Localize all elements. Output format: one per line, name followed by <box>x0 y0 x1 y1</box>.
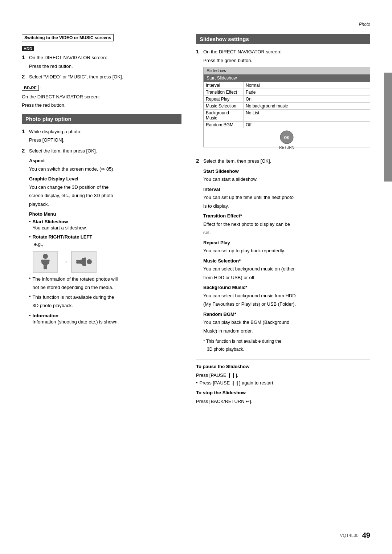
svg-point-6 <box>87 259 92 264</box>
hdd-step1-line1: On the DIRECT NAVIGATOR screen: <box>29 54 181 61</box>
page-footer: VQT4L30 49 <box>340 531 370 539</box>
bdre-text1: On the DIRECT NAVIGATOR screen: <box>22 93 181 101</box>
slideshow-step1-num: 1 <box>196 48 201 55</box>
bullet-dot4: • <box>29 294 31 299</box>
music-title: Music Selection* <box>203 257 370 265</box>
rotate-note1-line1: The information of the rotated photos wi… <box>33 276 118 283</box>
slideshow-step2-num: 2 <box>196 158 201 164</box>
page-code: VQT4L30 <box>340 533 358 538</box>
start-slideshow-desc: You can start a slideshow. <box>203 176 370 183</box>
switching-heading: Switching to the VIDEO or MUSIC screens <box>22 34 114 41</box>
slideshow-step1-line1: On the DIRECT NAVIGATOR screen: <box>203 48 370 56</box>
start-slideshow-title: Start Slideshow <box>203 168 370 175</box>
photo-option-heading: Photo play option <box>22 114 181 124</box>
interval-title: Interval <box>203 186 370 193</box>
bullet-dot1: • <box>29 219 31 224</box>
random-bgm-desc1: You can play back the BGM (Background <box>203 319 370 326</box>
bg-music-desc1: You can select background music from HDD <box>203 292 370 300</box>
hdd-label: HDD <box>22 46 34 51</box>
random-bgm-desc2: Music) in random order. <box>203 327 370 335</box>
asterisk-note-line1: * This function is not available during … <box>203 338 370 345</box>
aspect-title: Aspect <box>29 157 181 164</box>
bdre-label: BD-RE <box>22 85 39 91</box>
stop-desc: Press [BACK/RETURN ↩]. <box>196 398 370 405</box>
page-number: 49 <box>362 531 370 539</box>
slideshow-step2-content: Select the item, then press [OK]. Start … <box>203 158 370 354</box>
table-row-music-right: No background music <box>244 103 370 109</box>
bullet-start-label: Start Slideshow <box>33 219 68 224</box>
bullet-dot3: • <box>29 276 31 281</box>
aspect-desc: You can switch the screen mode. (⇒ 85) <box>29 166 181 173</box>
information-item: • Information Information (shooting date… <box>29 313 181 327</box>
rotate-eg: e.g., <box>34 241 181 248</box>
return-label: RETURN <box>279 146 294 150</box>
hdd-step2-num: 2 <box>22 73 27 80</box>
page-category-label: Photo <box>359 22 370 27</box>
person-before-icon <box>36 253 54 271</box>
rotate-figure-before <box>33 251 58 273</box>
section-divider <box>196 359 370 359</box>
svg-point-0 <box>43 254 48 259</box>
table-row-bgmusic: Background Music No List <box>204 109 370 121</box>
table-row-transition: Transition Effect Fade <box>204 89 370 95</box>
bullet-rotate: • Rotate RIGHT/Rotate LEFT <box>29 234 181 240</box>
asterisk-note-area: * This function is not available during … <box>203 338 370 353</box>
transition-title: Transition Effect* <box>203 212 370 220</box>
rotate-arrow-icon: → <box>61 257 68 266</box>
bg-music-desc2: (My Favourites or Playlists) or USB (Fol… <box>203 301 370 308</box>
svg-rect-11 <box>76 262 81 264</box>
ok-button-svg: OK <box>279 130 294 144</box>
bullet-dot5: • <box>29 313 31 318</box>
table-row-interval-left: Interval <box>204 82 244 89</box>
table-row-repeat-left: Repeat Play <box>204 96 244 102</box>
person-after-icon <box>75 253 93 271</box>
interval-desc1: You can set up the time until the next p… <box>203 194 370 201</box>
slideshow-heading: Slideshow settings <box>196 34 370 44</box>
bullet-rotate-content: Rotate RIGHT/Rotate LEFT <box>33 234 93 240</box>
graphic-desc1: You can change the 3D position of the <box>29 184 181 191</box>
rotate-note1-line2: not be stored depending on the media. <box>33 284 118 291</box>
table-row-transition-right: Fade <box>244 89 370 95</box>
rotate-image-area: → <box>33 251 181 273</box>
graphic-desc2: screen display, etc., during the 3D phot… <box>29 192 181 199</box>
svg-rect-1 <box>43 260 48 265</box>
table-row-randombgm: Random BGM Off <box>204 121 370 128</box>
bullet-dot2: • <box>29 234 31 240</box>
table-header-text: Slideshow <box>207 68 226 73</box>
interval-desc2: is to display. <box>203 203 370 210</box>
hdd-step2-text: Select “VIDEO” or “MUSIC”, then press [O… <box>29 73 181 81</box>
bdre-colon: : <box>40 85 41 90</box>
bullet-rotate-label: Rotate RIGHT/Rotate LEFT <box>33 234 93 240</box>
svg-rect-5 <box>45 265 47 269</box>
graphic-desc3: playback. <box>29 201 181 208</box>
right-column: Slideshow settings 1 On the DIRECT NAVIG… <box>196 34 370 406</box>
slideshow-step1-line2: Press the green button. <box>203 57 370 64</box>
pause-bullet-text: Press [PAUSE ❙❙] again to restart. <box>200 380 275 386</box>
rotate-note2-line2: 3D photo playback. <box>33 302 114 309</box>
table-row-randombgm-left: Random BGM <box>204 122 244 128</box>
table-row-randombgm-right: Off <box>244 122 370 128</box>
table-row-interval-right: Normal <box>244 82 370 89</box>
table-highlight-text: Start Slideshow <box>207 76 237 81</box>
hdd-step1-num: 1 <box>22 54 27 61</box>
gray-sidebar-decoration <box>384 73 392 182</box>
table-row-bgmusic-right: No List <box>244 110 370 121</box>
photo-step1-num: 1 <box>22 128 27 135</box>
transition-desc1: Effect for the next photo to display can… <box>203 221 370 228</box>
transition-desc2: set. <box>203 229 370 236</box>
photo-step2-content: Select the item, then press [OK]. Aspect… <box>29 147 181 328</box>
photo-menu-title: Photo Menu <box>29 211 181 218</box>
rotate-figure-after <box>71 251 97 273</box>
random-bgm-title: Random BGM* <box>203 311 370 318</box>
svg-text:OK: OK <box>284 136 290 140</box>
table-row-repeat: Repeat Play On <box>204 95 370 102</box>
hdd-colon: : <box>35 46 37 51</box>
bdre-text2: Press the red button. <box>22 102 181 109</box>
hdd-step1-line2: Press the red button. <box>29 63 181 70</box>
pause-bullet-item: • Press [PAUSE ❙❙] again to restart. <box>196 380 370 386</box>
rotate-note2-content: This function is not available during th… <box>33 294 114 311</box>
photo-step1-line2: Press [OPTION]. <box>29 137 181 144</box>
table-row-interval: Interval Normal <box>204 82 370 89</box>
slideshow-step1-content: On the DIRECT NAVIGATOR screen: Press th… <box>203 48 370 150</box>
photo-step2-text: Select the item, then press [OK]. <box>29 147 181 155</box>
